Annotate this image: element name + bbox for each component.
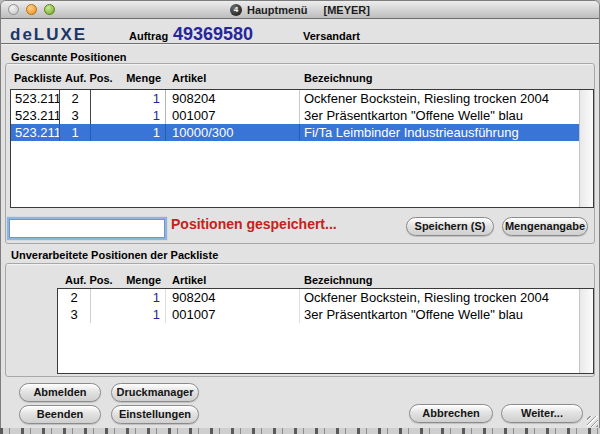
cell-packliste: 523.211: [11, 107, 60, 124]
deluxe-logo: deLUXE: [10, 26, 87, 44]
cell-artikel: 908204: [166, 289, 300, 306]
window-title-area: 4 Hauptmenü [MEYER]: [1, 1, 599, 18]
speichern-button[interactable]: Speichern (S): [406, 217, 494, 236]
scanned-section-label: Gescannte Positionen: [11, 51, 127, 63]
mengenangabe-button[interactable]: Mengenangabe: [502, 217, 588, 236]
weiter-button[interactable]: Weiter...: [501, 404, 583, 423]
window-titlebar[interactable]: 4 Hauptmenü [MEYER]: [1, 1, 599, 19]
status-message: Positionen gespeichert...: [171, 216, 337, 232]
col-header-bezeichnung: Bezeichnung: [304, 274, 372, 286]
cell-auf-pos: 3: [60, 107, 91, 124]
auftrag-number: 49369580: [173, 24, 253, 45]
unprocessed-table-scrollbar[interactable]: [579, 289, 593, 373]
cell-menge: 1: [91, 124, 166, 141]
col-header-artikel: Artikel: [172, 72, 206, 84]
scanned-table-scrollbar[interactable]: [579, 90, 593, 207]
col-header-artikel: Artikel: [172, 274, 206, 286]
druckmanager-button[interactable]: Druckmanager: [111, 383, 199, 402]
cell-artikel: 908204: [166, 90, 300, 107]
background-window-strip: [0, 428, 600, 434]
table-row[interactable]: 523.211 2 1 908204 Ockfener Bockstein, R…: [11, 90, 580, 107]
col-header-packliste: Packliste: [14, 72, 62, 84]
unprocessed-positions-table: 2 1 908204 Ockfener Bockstein, Riesling …: [57, 288, 594, 374]
header-divider: [1, 43, 599, 44]
cell-bezeichnung: 3er Präsentkarton "Offene Welle" blau: [300, 107, 580, 124]
col-header-menge: Menge: [106, 72, 161, 84]
table-row[interactable]: 523.211 3 1 001007 3er Präsentkarton "Of…: [11, 107, 580, 124]
auftrag-label: Auftrag: [129, 30, 168, 42]
col-header-menge: Menge: [106, 274, 161, 286]
resize-grip-icon[interactable]: [587, 416, 598, 427]
abbrechen-button[interactable]: Abbrechen: [409, 404, 493, 423]
table-row[interactable]: 2 1 908204 Ockfener Bockstein, Riesling …: [58, 289, 580, 306]
app-window: 4 Hauptmenü [MEYER] deLUXE Auftrag 49369…: [0, 0, 600, 429]
cell-menge: 1: [91, 107, 166, 124]
cell-bezeichnung: Ockfener Bockstein, Riesling trocken 200…: [300, 90, 580, 107]
scan-input[interactable]: [9, 219, 165, 238]
cell-menge: 1: [91, 306, 166, 323]
scanned-positions-groupbox: Packliste Auf. Pos. Menge Artikel Bezeic…: [5, 63, 595, 244]
table-row-selected[interactable]: 523.211 1 1 10000/300 Fi/Ta Leimbinder I…: [11, 124, 580, 141]
cell-artikel: 001007: [166, 306, 300, 323]
unprocessed-section-label: Unverarbeitete Positionen der Packliste: [11, 249, 218, 261]
cell-menge: 1: [91, 90, 166, 107]
cell-packliste: 523.211: [11, 124, 60, 141]
cell-bezeichnung: Ockfener Bockstein, Riesling trocken 200…: [300, 289, 580, 306]
abmelden-button[interactable]: Abmelden: [19, 383, 101, 402]
unprocessed-positions-groupbox: Auf. Pos. Menge Artikel Bezeichnung 2 1 …: [5, 263, 595, 377]
table-row[interactable]: 3 1 001007 3er Präsentkarton "Offene Wel…: [58, 306, 580, 323]
cell-auf-pos: 2: [58, 289, 91, 306]
cell-bezeichnung: Fi/Ta Leimbinder Industrieausführung: [300, 124, 580, 141]
window-title-user: [MEYER]: [324, 4, 370, 16]
versandart-label: Versandart: [303, 30, 360, 42]
cell-auf-pos: 1: [60, 124, 91, 141]
scanned-positions-table: 523.211 2 1 908204 Ockfener Bockstein, R…: [10, 89, 594, 208]
beenden-button[interactable]: Beenden: [19, 405, 101, 424]
cell-artikel: 10000/300: [166, 124, 300, 141]
cell-bezeichnung: 3er Präsentkarton "Offene Welle" blau: [300, 306, 580, 323]
einstellungen-button[interactable]: Einstellungen: [111, 405, 199, 424]
cell-packliste: 523.211: [11, 90, 60, 107]
4d-logo-icon: 4: [230, 4, 242, 16]
cell-menge: 1: [91, 289, 166, 306]
cell-auf-pos: 2: [60, 90, 91, 107]
cell-artikel: 001007: [166, 107, 300, 124]
screen: 4 Hauptmenü [MEYER] deLUXE Auftrag 49369…: [0, 0, 600, 434]
window-title: Hauptmenü: [247, 4, 308, 16]
cell-auf-pos: 3: [58, 306, 91, 323]
col-header-bezeichnung: Bezeichnung: [304, 72, 372, 84]
